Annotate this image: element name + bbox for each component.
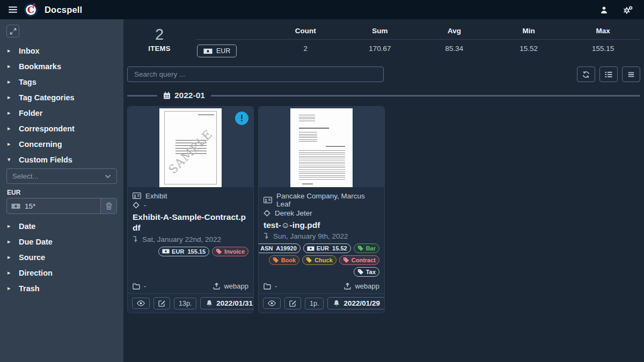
sidebar-item-label: Concerning	[19, 140, 62, 149]
due-date: 2022/01/29	[343, 299, 380, 307]
sidebar-item-label: Folder	[19, 109, 42, 117]
edit-icon	[158, 300, 165, 307]
correspondent-name: Pancake Company, Marcus Leaf	[276, 192, 379, 208]
settings-gears-icon[interactable]	[623, 5, 633, 14]
sidebar-item-folder[interactable]: Folder	[0, 105, 123, 121]
arrow-down-icon	[133, 236, 138, 243]
custom-field-value: 15*	[25, 202, 100, 210]
stats-header: Sum	[343, 25, 418, 40]
sidebar-item-direction[interactable]: Direction	[0, 265, 123, 280]
document-preview: SAMPLE	[159, 108, 222, 187]
items-count-label: ITEMS	[127, 45, 192, 53]
folder-icon	[264, 283, 271, 290]
caret-right-icon	[8, 110, 13, 116]
caret-right-icon	[8, 141, 13, 147]
tag-badge: Invoice	[212, 247, 248, 256]
stats-value: 85.34	[417, 40, 492, 60]
menu-options-button[interactable]	[622, 67, 640, 82]
asn-badge: ASN A19920	[258, 243, 301, 253]
source-name: webapp	[355, 282, 379, 290]
item-title: test-☺-ing.pdf	[264, 220, 379, 231]
sidebar-item-correspondent[interactable]: Correspondent	[0, 121, 123, 136]
stats-value: 2	[268, 40, 343, 60]
tag-icon	[343, 257, 349, 263]
sidebar-item-label: Inbox	[19, 47, 40, 55]
sidebar-item-custom-fields[interactable]: Custom Fields	[0, 152, 123, 167]
crosshair-icon	[264, 210, 270, 217]
item-card[interactable]: Pancake Company, Marcus Leaf Derek Jeter…	[258, 106, 385, 313]
menu-icon[interactable]	[9, 6, 17, 13]
caret-right-icon	[8, 48, 13, 54]
bell-icon	[206, 300, 213, 307]
month-group-divider: 2022-01	[127, 91, 640, 100]
tag-badge: Contract	[339, 255, 379, 265]
item-card[interactable]: SAMPLE Exhibit -	[127, 106, 254, 313]
eye-icon	[268, 300, 276, 306]
currency-badge: EUR	[197, 45, 237, 57]
refresh-button[interactable]	[577, 67, 595, 82]
item-date: Sun, January 9th, 2022	[273, 232, 348, 240]
clear-field-button[interactable]	[100, 198, 116, 213]
source-name: webapp	[224, 282, 248, 290]
sidebar-item-source[interactable]: Source	[0, 249, 123, 265]
amount-badge: EUR 155.15	[158, 247, 209, 256]
tag-icon	[357, 269, 364, 275]
collapse-sidebar-button[interactable]	[6, 25, 19, 38]
money-icon	[7, 203, 25, 209]
list-view-icon	[605, 71, 612, 78]
search-stats-bar: 2 ITEMS Count Sum Avg Min Max EUR	[127, 24, 640, 60]
search-input[interactable]	[127, 67, 384, 82]
currency-label: EUR	[216, 47, 230, 55]
sidebar-item-inbox[interactable]: Inbox	[0, 43, 123, 58]
sidebar-item-tags[interactable]: Tags	[0, 74, 123, 90]
money-icon	[203, 48, 213, 54]
item-thumbnail[interactable]: SAMPLE	[128, 107, 253, 187]
docspell-logo-icon[interactable]	[24, 3, 38, 17]
caret-right-icon	[8, 63, 13, 69]
sidebar-item-tag-categories[interactable]: Tag Categories	[0, 90, 123, 105]
edit-button[interactable]	[153, 297, 170, 309]
caret-right-icon	[8, 94, 13, 100]
sidebar-item-due-date[interactable]: Due Date	[0, 234, 123, 249]
detail-list-view-button[interactable]	[599, 67, 618, 82]
preview-button[interactable]	[263, 298, 281, 309]
caret-right-icon	[8, 285, 13, 291]
stats-header: Count	[268, 25, 343, 40]
preview-button[interactable]	[132, 298, 150, 309]
user-icon[interactable]	[600, 6, 608, 14]
edit-icon	[289, 300, 296, 307]
bars-icon	[628, 71, 634, 78]
due-date: 2022/01/31	[216, 299, 253, 307]
sidebar-item-bookmarks[interactable]: Bookmarks	[0, 58, 123, 74]
crosshair-icon	[133, 202, 140, 209]
sidebar-item-trash[interactable]: Trash	[0, 280, 123, 296]
item-date-row: Sun, January 9th, 2022	[264, 232, 379, 240]
caret-right-icon	[8, 254, 13, 260]
caret-right-icon	[8, 270, 13, 276]
sidebar-item-concerning[interactable]: Concerning	[0, 136, 123, 152]
caret-down-icon	[8, 157, 13, 162]
custom-field-eur-input[interactable]: 15*	[6, 198, 117, 214]
search-toolbar	[127, 67, 640, 82]
sidebar-item-label: Source	[19, 253, 45, 262]
concerning-name: Derek Jeter	[275, 209, 312, 217]
app-title: Docspell	[45, 5, 82, 15]
source-info: webapp	[344, 282, 379, 290]
sidebar-item-date[interactable]: Date	[0, 218, 123, 234]
edit-button[interactable]	[284, 297, 301, 309]
page-count: 1p.	[305, 298, 324, 309]
amount-badge: EUR 15.52	[303, 243, 351, 253]
stats-header: Avg	[417, 25, 492, 40]
item-thumbnail[interactable]	[259, 107, 384, 187]
money-icon	[307, 246, 314, 251]
item-title: Exhibit-A-Sample-Contract.pdf	[133, 212, 248, 234]
item-list-area: 2 ITEMS Count Sum Avg Min Max EUR	[123, 19, 644, 362]
address-card-icon	[264, 197, 272, 203]
custom-field-select[interactable]: Select...	[6, 168, 117, 184]
sidebar-item-label: Tag Categories	[19, 93, 75, 102]
eye-icon	[137, 300, 145, 306]
arrow-down-icon	[264, 233, 269, 240]
address-card-icon	[133, 193, 141, 199]
concerning-name: -	[144, 201, 147, 209]
item-date: Sat, January 22nd, 2022	[142, 235, 221, 243]
